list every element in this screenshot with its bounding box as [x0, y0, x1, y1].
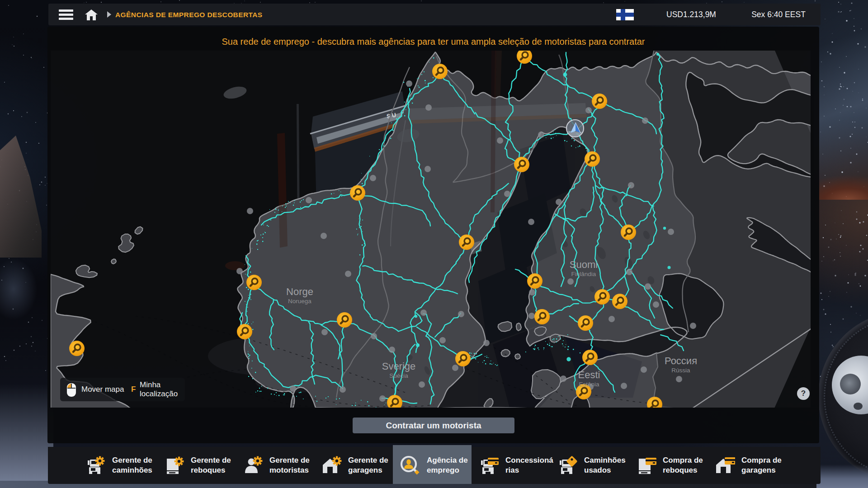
svg-text:Rússia: Rússia [671, 367, 690, 374]
svg-text:Suécia: Suécia [389, 372, 408, 379]
svg-text:Suomi: Suomi [570, 259, 598, 270]
svg-text:Sverige: Sverige [382, 361, 416, 372]
svg-text:Norge: Norge [286, 286, 313, 297]
svg-text:Noruega: Noruega [288, 298, 311, 305]
svg-text:Finlândia: Finlândia [571, 271, 596, 277]
svg-text:Estônia: Estônia [579, 381, 599, 388]
svg-text:Eesti: Eesti [578, 369, 600, 380]
svg-text:Россия: Россия [665, 355, 697, 366]
